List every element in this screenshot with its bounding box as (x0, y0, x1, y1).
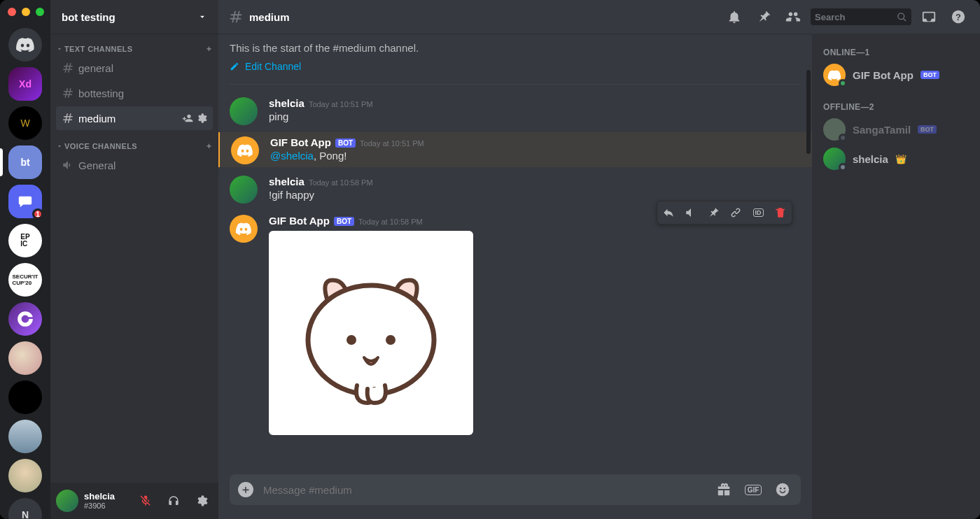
message-text: !gif happy (269, 189, 801, 201)
search-box[interactable]: Search (811, 8, 911, 25)
minimize-window[interactable] (22, 8, 30, 16)
members-icon[interactable] (781, 9, 805, 24)
edit-channel-label: Edit Channel (245, 61, 301, 72)
pin-message-icon[interactable] (702, 201, 724, 224)
author-avatar[interactable] (230, 97, 258, 125)
guild-bt-active[interactable]: bt (8, 145, 42, 179)
hash-icon (228, 9, 244, 24)
author-name[interactable]: GIF Bot App (270, 136, 331, 148)
author-avatar[interactable] (231, 136, 259, 164)
search-placeholder: Search (815, 12, 845, 22)
composer: ＋ GIF (218, 474, 812, 519)
chevron-down-icon (56, 143, 63, 150)
add-channel-icon[interactable]: ＋ (205, 43, 213, 54)
author-name[interactable]: shelcia (269, 97, 304, 109)
guild-stripes[interactable] (8, 420, 42, 453)
guild-xd[interactable]: Xd (8, 67, 42, 101)
self-info[interactable]: shelcia #3906 (84, 492, 129, 510)
timestamp: Today at 10:58 PM (309, 178, 373, 187)
scrollbar[interactable] (806, 70, 811, 434)
notifications-icon[interactable] (722, 9, 746, 24)
speaker-icon (62, 159, 74, 171)
member-gif-bot[interactable]: GIF Bot App BOT (818, 60, 974, 90)
message-text: ping (269, 111, 801, 122)
message-input-box[interactable]: ＋ GIF (230, 474, 801, 505)
guild-g[interactable] (8, 302, 42, 336)
edit-channel-link[interactable]: Edit Channel (230, 61, 301, 72)
channel-bottesting[interactable]: bottesting (56, 81, 213, 105)
deafen-icon[interactable] (162, 490, 185, 512)
chevron-down-icon (197, 12, 207, 22)
welcome-text: This is the start of the #medium channel… (230, 42, 801, 54)
message-actions-toolbar: ID (657, 201, 792, 225)
author-name[interactable]: GIF Bot App (269, 215, 330, 227)
add-attachment-icon[interactable]: ＋ (238, 482, 253, 497)
pin-icon[interactable] (752, 9, 776, 24)
gift-icon[interactable] (714, 482, 734, 497)
invite-icon[interactable] (182, 113, 193, 124)
add-voice-channel-icon[interactable]: ＋ (205, 141, 213, 151)
guild-w[interactable]: W (8, 106, 42, 140)
mention[interactable]: @shelcia (270, 150, 314, 162)
gif-picker-icon[interactable]: GIF (743, 482, 763, 497)
message: GIF Bot App BOT Today at 10:58 PM (230, 211, 801, 442)
channel-label: bottesting (78, 87, 207, 99)
mute-icon[interactable] (134, 490, 157, 512)
guild-n[interactable]: N (8, 498, 42, 519)
guild-blue[interactable]: 1 (8, 185, 42, 218)
discord-logo-icon (237, 144, 253, 157)
bot-tag: BOT (334, 217, 354, 226)
member-list: ONLINE—1 GIF Bot App BOT OFFLINE—2 (812, 34, 980, 519)
svg-point-7 (783, 488, 785, 490)
channel-general[interactable]: general (56, 56, 213, 80)
hash-icon (62, 87, 74, 99)
emoji-icon[interactable] (773, 482, 792, 497)
self-name: shelcia (84, 492, 129, 502)
timestamp: Today at 10:51 PM (360, 139, 424, 148)
guild-photo1[interactable] (8, 341, 42, 375)
guild-photo2[interactable] (8, 459, 42, 492)
author-avatar[interactable] (230, 176, 258, 204)
reply-icon[interactable] (657, 201, 680, 224)
copy-link-icon[interactable] (724, 201, 747, 224)
copy-id-icon[interactable]: ID (747, 201, 769, 224)
message: GIF Bot App BOT Today at 10:51 PM @shelc… (218, 132, 812, 167)
owner-crown-icon: 👑 (895, 154, 906, 164)
category-voice[interactable]: VOICE CHANNELS ＋ (50, 131, 218, 152)
category-text[interactable]: TEXT CHANNELS ＋ (50, 34, 218, 55)
server-header[interactable]: bot testing (50, 0, 218, 34)
id-chip: ID (753, 208, 764, 217)
message-input[interactable] (263, 484, 704, 496)
help-icon[interactable]: ? (946, 9, 970, 24)
channel-medium[interactable]: medium (56, 106, 213, 130)
guild-securit[interactable]: SECUR'ITCUP'20 (8, 263, 42, 297)
chat-bubble-icon (18, 194, 33, 209)
self-tag: #3906 (84, 502, 129, 510)
member-shelcia[interactable]: shelcia 👑 (818, 144, 974, 173)
channel-label: General (78, 159, 207, 171)
guild-black[interactable] (8, 381, 42, 414)
self-avatar[interactable] (56, 490, 78, 512)
category-voice-label: VOICE CHANNELS (64, 142, 137, 150)
gif-attachment[interactable] (269, 231, 473, 435)
speak-icon[interactable] (680, 201, 702, 224)
guild-bt-label: bt (20, 157, 29, 168)
gear-icon[interactable] (196, 113, 207, 124)
home-button[interactable] (8, 28, 42, 62)
close-window[interactable] (8, 8, 16, 16)
member-name: GIF Bot App (853, 69, 913, 81)
voice-general[interactable]: General (56, 153, 213, 177)
maximize-window[interactable] (36, 8, 44, 16)
message-list[interactable]: This is the start of the #medium channel… (218, 34, 812, 474)
member-name: shelcia (853, 153, 888, 165)
author-avatar[interactable] (230, 215, 258, 243)
delete-icon[interactable] (769, 201, 792, 224)
member-sangatamil[interactable]: SangaTamil BOT (818, 115, 974, 144)
guild-epic[interactable]: EPIC (8, 224, 42, 257)
inbox-icon[interactable] (917, 9, 941, 24)
settings-icon[interactable] (190, 490, 213, 512)
text-rest: , Pong! (314, 150, 347, 162)
channel-title: medium (249, 11, 290, 23)
guild-n-label: N (22, 509, 29, 519)
author-name[interactable]: shelcia (269, 176, 304, 187)
